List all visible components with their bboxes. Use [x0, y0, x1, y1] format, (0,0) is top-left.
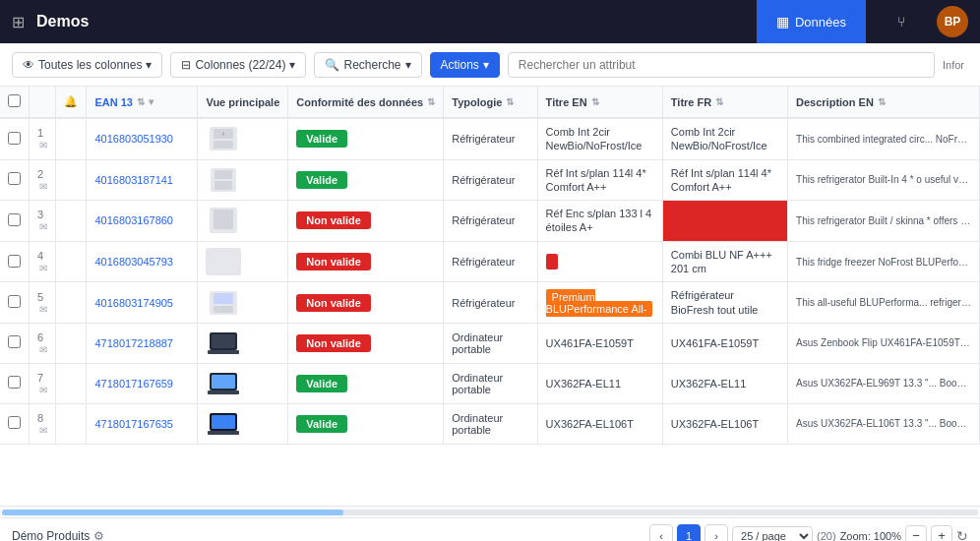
svg-rect-13: [212, 334, 235, 348]
chevron-down-icon: ▾: [146, 58, 152, 72]
user-avatar[interactable]: BP: [937, 6, 968, 37]
titreen-cell: Comb Int 2cir NewBio/NoFrost/Ice: [537, 118, 662, 159]
row-number: 6: [37, 331, 43, 343]
row-checkbox[interactable]: [8, 255, 21, 268]
vue-cell: [198, 282, 288, 324]
message-icon[interactable]: ✉: [39, 181, 47, 192]
scrollbar-thumb: [2, 510, 343, 515]
next-page-button[interactable]: ›: [704, 524, 728, 542]
ean13-cell: 4016803174905: [87, 282, 198, 324]
product-thumbnail: [206, 410, 241, 438]
th-conformite[interactable]: Conformité des données ⇅: [288, 87, 444, 118]
row-checkbox-cell: [0, 323, 30, 363]
attribute-search-input[interactable]: [508, 52, 935, 78]
refresh-icon[interactable]: ↻: [956, 528, 968, 542]
row-actions-cell: [56, 282, 87, 324]
sort-icon-typo: ⇅: [506, 96, 514, 107]
th-ean13[interactable]: EAN 13 ⇅ ▾: [87, 87, 198, 118]
th-titrefr[interactable]: Titre FR ⇅: [662, 87, 787, 118]
search-filter-button[interactable]: 🔍 Recherche ▾: [314, 52, 421, 78]
tab-workflow[interactable]: ⑂: [878, 0, 925, 43]
row-checkbox[interactable]: [8, 295, 21, 308]
prev-page-button[interactable]: ‹: [649, 524, 673, 542]
th-descen[interactable]: Description EN ⇅: [788, 87, 980, 118]
row-checkbox[interactable]: [8, 213, 21, 226]
conformite-cell: Valide: [288, 118, 444, 159]
typo-cell: Ordinateur portable: [444, 363, 537, 403]
gear-icon[interactable]: ⚙: [93, 529, 104, 542]
row-number: 1: [37, 127, 43, 139]
bell-icon: 🔔: [64, 95, 78, 107]
descen-cell: This refrigerator Built / skinna * offer…: [788, 201, 980, 242]
message-icon[interactable]: ✉: [39, 221, 47, 232]
svg-rect-10: [214, 293, 233, 304]
page-size-select[interactable]: 25 / page 50 / page 100 / page: [732, 526, 813, 542]
table-row: 6 ✉ 4718017218887 Non valide Ordinateur …: [0, 323, 980, 363]
row-actions-cell: [56, 118, 87, 159]
product-thumbnail: [206, 125, 241, 152]
svg-rect-19: [212, 415, 235, 429]
table-body: 1 ✉ 4016803051930 Valide Réfrigérateur C…: [0, 118, 980, 444]
donnees-label: Données: [795, 15, 846, 30]
row-checkbox[interactable]: [8, 376, 21, 389]
all-columns-button[interactable]: 👁 Toutes les colonnes ▾: [12, 52, 162, 78]
row-actions-cell: [56, 403, 87, 444]
bottom-bar: Démo Produits ⚙ ‹ 1 › 25 / page 50 / pag…: [0, 517, 980, 541]
row-number-cell: 7 ✉: [30, 363, 56, 403]
tab-donnees[interactable]: ▦ Données: [757, 0, 866, 43]
columns-button[interactable]: ⊟ Colonnes (22/24) ▾: [170, 52, 306, 78]
message-icon[interactable]: ✉: [39, 263, 47, 273]
row-checkbox[interactable]: [8, 132, 21, 145]
message-icon[interactable]: ✉: [39, 425, 47, 436]
row-number: 4: [37, 250, 43, 262]
descen-cell: This fridge freezer NoFrost BLUPerforman…: [788, 241, 980, 282]
select-all-checkbox[interactable]: [8, 94, 21, 107]
donnees-icon: ▦: [776, 14, 789, 30]
sort-icon-conf: ⇅: [427, 96, 435, 107]
descen-cell: Asus Zenbook Flip UX461FA-E1059T Ultrabo…: [788, 323, 980, 363]
typo-cell: Réfrigérateur: [444, 241, 537, 282]
total-count: (20): [817, 530, 836, 542]
row-actions-cell: [56, 323, 87, 363]
titrefr-cell: Combi BLU NF A+++ 201 cm: [662, 241, 787, 282]
row-checkbox[interactable]: [8, 335, 21, 348]
message-icon[interactable]: ✉: [39, 140, 47, 150]
ean13-cell: 4016803187141: [87, 159, 198, 201]
message-icon[interactable]: ✉: [39, 304, 47, 315]
horizontal-scrollbar[interactable]: [0, 506, 980, 517]
th-checkbox: [0, 87, 30, 118]
zoom-in-button[interactable]: +: [931, 525, 952, 542]
table-row: 5 ✉ 4016803174905 Non valide Réfrigérate…: [0, 282, 980, 324]
actions-button[interactable]: Actions ▾: [430, 52, 500, 78]
row-checkbox[interactable]: [8, 172, 21, 185]
page-1-button[interactable]: 1: [677, 524, 701, 542]
filter-icon-ean[interactable]: ▾: [149, 96, 153, 107]
titrefr-label: Titre FR: [671, 96, 711, 108]
pagination: ‹ 1 › 25 / page 50 / page 100 / page (20…: [649, 524, 968, 542]
svg-rect-14: [208, 350, 239, 354]
conformite-label: Conformité des données: [296, 96, 423, 108]
row-checkbox-cell: [0, 403, 30, 444]
conformite-badge: Valide: [296, 375, 347, 392]
row-checkbox[interactable]: [8, 416, 21, 429]
conformite-badge: Non valide: [296, 334, 371, 352]
titrefr-cell: Réfrigérateur BioFresh tout utile: [662, 282, 787, 324]
product-thumbnail-placeholder: [206, 248, 241, 275]
message-icon[interactable]: ✉: [39, 344, 47, 355]
conformite-badge: Non valide: [296, 294, 371, 312]
th-vue[interactable]: Vue principale: [198, 87, 288, 118]
titrefr-cell: UX461FA-E1059T: [662, 323, 787, 363]
zoom-out-button[interactable]: −: [905, 525, 927, 542]
svg-rect-20: [208, 431, 239, 435]
search-icon: 🔍: [325, 58, 339, 72]
grid-icon[interactable]: ⊞: [12, 13, 25, 31]
vue-cell: [198, 118, 288, 159]
message-icon[interactable]: ✉: [39, 385, 47, 395]
vue-cell: [198, 241, 288, 282]
row-number: 5: [37, 291, 43, 303]
th-titreen[interactable]: Titre EN ⇅: [537, 87, 662, 118]
titreen-cell: [537, 241, 662, 282]
vue-cell: [198, 403, 288, 444]
typo-cell: Ordinateur portable: [444, 323, 537, 363]
th-typo[interactable]: Typologie ⇅: [444, 87, 537, 118]
